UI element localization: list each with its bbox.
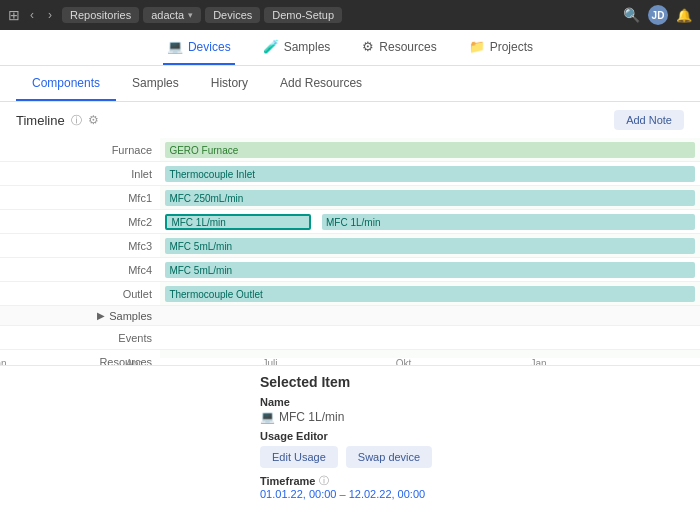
devices-icon: 💻 <box>167 39 183 54</box>
notification-icon[interactable]: 🔔 <box>676 8 692 23</box>
row-events <box>160 326 700 350</box>
nav-right: 🔍 JD 🔔 <box>623 5 692 25</box>
bar-label: GERO Furnace <box>169 145 238 156</box>
sec-nav-projects[interactable]: 📁 Projects <box>465 30 537 65</box>
crumb-devices[interactable]: Devices <box>205 7 260 23</box>
forward-button[interactable]: › <box>44 6 56 24</box>
selected-item-title: Selected Item <box>260 374 684 390</box>
sec-nav-projects-label: Projects <box>490 40 533 54</box>
bar-label: Thermocouple Inlet <box>169 169 255 180</box>
bar-inlet-thermocouple[interactable]: Thermocouple Inlet <box>165 166 694 182</box>
row-label-samples: ▶Samples <box>0 306 160 326</box>
tab-add-resources[interactable]: Add Resources <box>264 66 378 101</box>
time-label-apr: Apr. <box>126 358 144 365</box>
row-label-mfc3: Mfc3 <box>0 234 160 258</box>
crumb-repositories-label: Repositories <box>70 9 131 21</box>
expand-icon[interactable]: ▶ <box>97 310 105 321</box>
back-button[interactable]: ‹ <box>26 6 38 24</box>
samples-icon: 🧪 <box>263 39 279 54</box>
name-value-text: MFC 1L/min <box>279 410 344 424</box>
crumb-repositories[interactable]: Repositories <box>62 7 139 23</box>
search-icon[interactable]: 🔍 <box>623 7 640 23</box>
row-label-mfc2: Mfc2 <box>0 210 160 234</box>
grid-container: Furnace Inlet Mfc1 Mfc2 Mfc3 Mfc4 Outlet… <box>0 138 700 358</box>
avatar: JD <box>648 5 668 25</box>
bar-label: MFC 1L/min <box>326 217 380 228</box>
row-mfc2: MFC 1L/min MFC 1L/min <box>160 210 700 234</box>
bar-mfc4[interactable]: MFC 5mL/min <box>165 262 694 278</box>
row-labels: Furnace Inlet Mfc1 Mfc2 Mfc3 Mfc4 Outlet… <box>0 138 160 358</box>
bar-furnace-gero[interactable]: GERO Furnace <box>165 142 694 158</box>
row-mfc1: MFC 250mL/min <box>160 186 700 210</box>
sec-nav-resources-label: Resources <box>379 40 436 54</box>
time-label-jan2022: Jan.2022 <box>0 358 11 365</box>
crumb-adacta[interactable]: adacta ▾ <box>143 7 201 23</box>
info-icon[interactable]: ⓘ <box>71 113 82 128</box>
row-furnace: GERO Furnace <box>160 138 700 162</box>
bar-label: Thermocouple Outlet <box>169 289 262 300</box>
timeline-header: Timeline ⓘ ⚙ Add Note <box>0 102 700 138</box>
row-label-events: Events <box>0 326 160 350</box>
tab-components[interactable]: Components <box>16 66 116 101</box>
projects-icon: 📁 <box>469 39 485 54</box>
grid-icon: ⊞ <box>8 7 20 23</box>
row-label-mfc4: Mfc4 <box>0 258 160 282</box>
timeframe-info-icon: ⓘ <box>319 474 329 488</box>
tab-bar: Components Samples History Add Resources <box>0 66 700 102</box>
secondary-nav: 💻 Devices 🧪 Samples ⚙ Resources 📁 Projec… <box>0 30 700 66</box>
sec-nav-devices-label: Devices <box>188 40 231 54</box>
sec-nav-samples-label: Samples <box>284 40 331 54</box>
sec-nav-devices[interactable]: 💻 Devices <box>163 30 235 65</box>
bar-mfc3[interactable]: MFC 5mL/min <box>165 238 694 254</box>
add-note-button[interactable]: Add Note <box>614 110 684 130</box>
bar-label: MFC 250mL/min <box>169 193 243 204</box>
main-content: Timeline ⓘ ⚙ Add Note Furnace Inlet Mfc1… <box>0 102 700 525</box>
name-field-label: Name <box>260 396 684 408</box>
chevron-down-icon: ▾ <box>188 10 193 20</box>
row-label-mfc1: Mfc1 <box>0 186 160 210</box>
name-field-value: 💻 MFC 1L/min <box>260 410 684 424</box>
usage-editor-label: Usage Editor <box>260 430 684 442</box>
bar-outlet[interactable]: Thermocouple Outlet <box>165 286 694 302</box>
time-label-okt: Okt. <box>396 358 414 365</box>
row-outlet: Thermocouple Outlet <box>160 282 700 306</box>
selected-item-panel: Selected Item Name 💻 MFC 1L/min Usage Ed… <box>0 365 700 525</box>
swap-device-button[interactable]: Swap device <box>346 446 432 468</box>
bar-mfc2-second[interactable]: MFC 1L/min <box>322 214 695 230</box>
sec-nav-samples[interactable]: 🧪 Samples <box>259 30 335 65</box>
crumb-demo-setup-label: Demo-Setup <box>272 9 334 21</box>
usage-editor-buttons: Edit Usage Swap device <box>260 446 684 468</box>
crumb-demo-setup[interactable]: Demo-Setup <box>264 7 342 23</box>
timeframe-value: 01.01.22, 00:00 – 12.02.22, 00:00 <box>260 488 684 500</box>
bar-mfc2-first[interactable]: MFC 1L/min <box>165 214 311 230</box>
device-icon: 💻 <box>260 410 275 424</box>
time-label-juli: Juli <box>262 358 277 365</box>
timeline-title-text: Timeline <box>16 113 65 128</box>
timeline-area: Furnace Inlet Mfc1 Mfc2 Mfc3 Mfc4 Outlet… <box>0 138 700 365</box>
breadcrumb: Repositories adacta ▾ Devices Demo-Setup <box>62 7 342 23</box>
row-inlet: Thermocouple Inlet <box>160 162 700 186</box>
row-mfc3: MFC 5mL/min <box>160 234 700 258</box>
timeframe-label: Timeframe <box>260 475 315 487</box>
settings-icon[interactable]: ⚙ <box>88 113 99 127</box>
row-samples-section <box>160 306 700 326</box>
bar-label: MFC 5mL/min <box>169 265 232 276</box>
row-label-inlet: Inlet <box>0 162 160 186</box>
timeframe-row: Timeframe ⓘ <box>260 474 684 488</box>
tab-samples[interactable]: Samples <box>116 66 195 101</box>
row-label-furnace: Furnace <box>0 138 160 162</box>
resources-icon: ⚙ <box>362 39 374 54</box>
edit-usage-button[interactable]: Edit Usage <box>260 446 338 468</box>
bar-label: MFC 1L/min <box>171 217 225 228</box>
bar-mfc1[interactable]: MFC 250mL/min <box>165 190 694 206</box>
row-label-outlet: Outlet <box>0 282 160 306</box>
sec-nav-resources[interactable]: ⚙ Resources <box>358 30 440 65</box>
top-nav: ⊞ ‹ › Repositories adacta ▾ Devices Demo… <box>0 0 700 30</box>
time-label-jan2023: Jan.2023 <box>529 358 551 365</box>
tab-history[interactable]: History <box>195 66 264 101</box>
bar-label: MFC 5mL/min <box>169 241 232 252</box>
row-mfc4: MFC 5mL/min <box>160 258 700 282</box>
timeline-title-group: Timeline ⓘ ⚙ <box>16 113 99 128</box>
grid-content: GERO Furnace Thermocouple Inlet MFC 250m… <box>160 138 700 358</box>
time-axis: Jan.2022 Apr. Juli Okt. Jan.2023 <box>0 358 700 365</box>
